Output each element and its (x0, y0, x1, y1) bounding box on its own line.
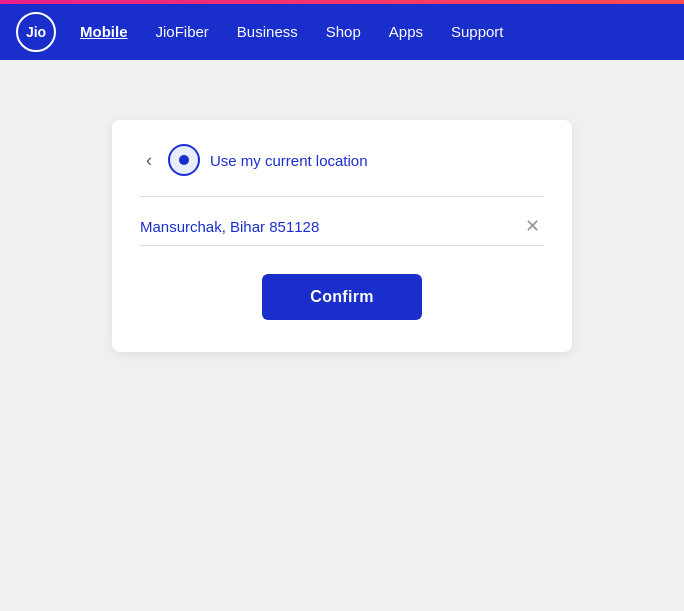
clear-button[interactable]: ✕ (521, 215, 544, 237)
divider (140, 196, 544, 197)
nav-item-support[interactable]: Support (451, 23, 504, 41)
location-header: ‹ Use my current location (140, 144, 544, 176)
navbar: Jio Mobile JioFiber Business Shop Apps S… (0, 4, 684, 60)
clear-icon: ✕ (525, 216, 540, 236)
back-button[interactable]: ‹ (140, 148, 158, 173)
nav-item-shop[interactable]: Shop (326, 23, 361, 41)
nav-item-business[interactable]: Business (237, 23, 298, 41)
confirm-button[interactable]: Confirm (262, 274, 421, 320)
back-icon: ‹ (146, 150, 152, 171)
location-input[interactable] (140, 218, 521, 235)
nav-item-jiofiber[interactable]: JioFiber (156, 23, 209, 41)
location-input-row: ✕ (140, 215, 544, 246)
logo[interactable]: Jio (16, 12, 56, 52)
nav-item-mobile[interactable]: Mobile (80, 23, 128, 41)
location-card: ‹ Use my current location ✕ Confirm (112, 120, 572, 352)
nav-item-apps[interactable]: Apps (389, 23, 423, 41)
location-icon-wrapper (168, 144, 200, 176)
location-dot-icon (179, 155, 189, 165)
main-content: ‹ Use my current location ✕ Confirm (0, 60, 684, 611)
use-current-location-label[interactable]: Use my current location (210, 152, 368, 169)
